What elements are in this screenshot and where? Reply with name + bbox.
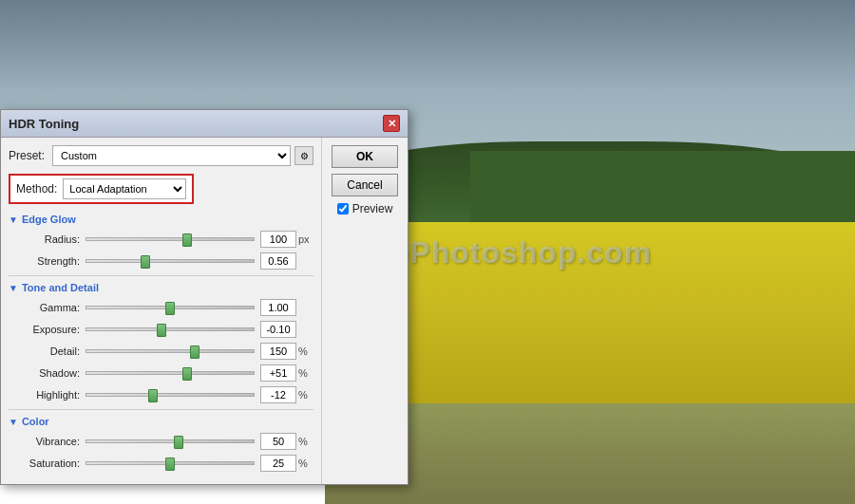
color-header: ▼ Color — [9, 416, 314, 427]
dialog-left-panel: Preset: Custom ⚙ Method: Local Adaptatio… — [1, 138, 322, 484]
shadow-slider[interactable] — [86, 371, 255, 375]
vibrance-row: Vibrance: % — [9, 433, 314, 450]
saturation-value[interactable] — [260, 455, 296, 472]
vibrance-unit: % — [298, 436, 314, 447]
gamma-label: Gamma: — [18, 302, 80, 313]
radius-unit: px — [298, 233, 314, 245]
dialog-title: HDR Toning — [9, 117, 79, 131]
shadow-unit: % — [298, 367, 314, 379]
exposure-label: Exposure: — [18, 324, 80, 335]
method-select[interactable]: Local Adaptation — [63, 178, 186, 199]
shadow-row: Shadow: % — [9, 364, 314, 382]
gamma-value[interactable] — [260, 299, 296, 316]
preset-select[interactable]: Custom — [52, 145, 291, 166]
hdr-toning-dialog: HDR Toning ✕ Preset: Custom ⚙ Method: Lo… — [0, 109, 408, 485]
method-label: Method: — [16, 182, 57, 196]
detail-slider[interactable] — [86, 349, 255, 353]
preview-row: Preview — [337, 202, 393, 215]
method-row: Method: Local Adaptation — [9, 174, 194, 204]
divider-2 — [9, 409, 314, 410]
shadow-label: Shadow: — [18, 367, 80, 379]
detail-value[interactable] — [260, 343, 296, 360]
preset-label: Preset: — [9, 149, 45, 162]
ok-button[interactable]: OK — [332, 145, 398, 168]
tone-detail-title: Tone and Detail — [22, 282, 99, 293]
edge-glow-title: Edge Glow — [22, 214, 76, 225]
strength-value[interactable] — [260, 252, 296, 270]
radius-row: Radius: px — [9, 231, 314, 248]
radius-label: Radius: — [18, 233, 80, 245]
strength-row: Strength: — [9, 252, 314, 270]
dialog-right-panel: OK Cancel Preview — [322, 138, 408, 484]
saturation-slider[interactable] — [86, 461, 255, 465]
gamma-row: Gamma: — [9, 299, 314, 316]
close-button[interactable]: ✕ — [383, 115, 400, 132]
cancel-button[interactable]: Cancel — [332, 174, 398, 196]
edge-glow-section: ▼ Edge Glow Radius: px Strength: — [9, 214, 314, 270]
color-title: Color — [22, 416, 49, 427]
radius-value[interactable] — [260, 231, 296, 248]
exposure-value[interactable] — [260, 321, 296, 338]
saturation-unit: % — [298, 457, 314, 469]
vibrance-value[interactable] — [260, 433, 296, 450]
highlight-slider[interactable] — [86, 393, 255, 397]
shadow-value[interactable] — [260, 364, 296, 382]
highlight-value[interactable] — [260, 386, 296, 403]
preview-checkbox[interactable] — [337, 203, 349, 215]
strength-label: Strength: — [18, 255, 80, 267]
saturation-row: Saturation: % — [9, 455, 314, 472]
detail-label: Detail: — [18, 345, 80, 357]
highlight-label: Highlight: — [18, 389, 80, 401]
saturation-label: Saturation: — [18, 457, 80, 469]
dialog-titlebar: HDR Toning ✕ — [1, 110, 408, 138]
exposure-slider[interactable] — [86, 327, 255, 331]
color-section: ▼ Color Vibrance: % Saturation: — [9, 416, 314, 472]
exposure-row: Exposure: — [9, 321, 314, 338]
tone-detail-section: ▼ Tone and Detail Gamma: Exposure: — [9, 282, 314, 403]
radius-slider[interactable] — [86, 237, 255, 241]
highlight-unit: % — [298, 389, 314, 401]
detail-unit: % — [298, 345, 314, 357]
edge-glow-header: ▼ Edge Glow — [9, 214, 314, 225]
preset-row: Preset: Custom ⚙ — [9, 145, 314, 166]
gamma-slider[interactable] — [86, 306, 255, 309]
vibrance-slider[interactable] — [86, 439, 255, 443]
highlight-row: Highlight: % — [9, 386, 314, 403]
tone-detail-header: ▼ Tone and Detail — [9, 282, 314, 293]
settings-icon[interactable]: ⚙ — [294, 146, 314, 165]
divider-1 — [9, 275, 314, 276]
color-arrow[interactable]: ▼ — [9, 417, 18, 427]
detail-row: Detail: % — [9, 343, 314, 360]
strength-slider[interactable] — [86, 259, 255, 263]
tone-detail-arrow[interactable]: ▼ — [9, 283, 18, 293]
dialog-body: Preset: Custom ⚙ Method: Local Adaptatio… — [1, 138, 408, 484]
edge-glow-arrow[interactable]: ▼ — [9, 215, 18, 225]
preview-label: Preview — [352, 202, 393, 215]
vibrance-label: Vibrance: — [18, 436, 80, 447]
